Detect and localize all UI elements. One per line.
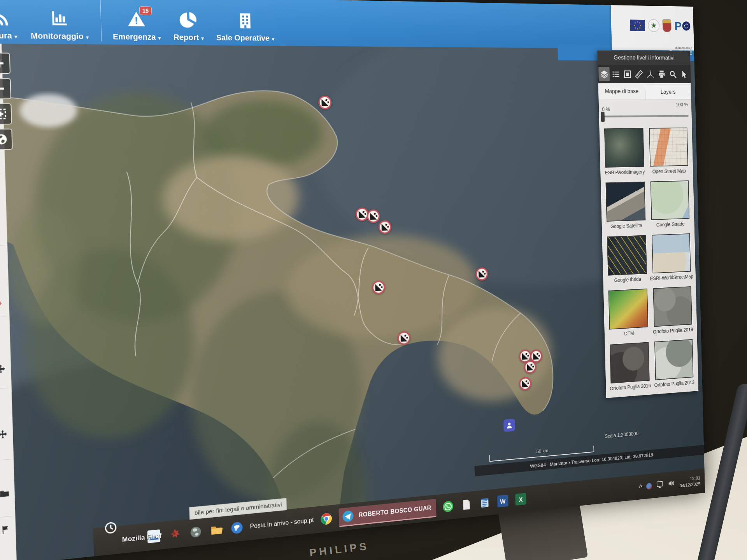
tab-mappe-di-base[interactable]: Mappe di base — [598, 83, 645, 100]
chrome-icon[interactable] — [319, 511, 333, 527]
thunderbird-label[interactable]: Posta in arrivo - soup.pt — [250, 517, 314, 530]
file-explorer-icon[interactable] — [209, 522, 224, 538]
landslide-marker[interactable] — [519, 376, 531, 391]
whatsapp-icon[interactable] — [441, 499, 455, 514]
layers-tool-icon[interactable] — [598, 67, 610, 81]
notes-icon[interactable] — [478, 495, 491, 510]
red-mark-icon[interactable]: ✳ — [0, 239, 3, 250]
clock-icon — [104, 521, 117, 534]
basemap-gibrida[interactable]: Google Ibrida — [606, 235, 648, 284]
world-button[interactable] — [0, 129, 13, 150]
warning-icon: 15 — [127, 10, 146, 29]
basemap-thumbnail[interactable] — [653, 286, 692, 327]
clock-date[interactable]: 12:01 04/12/2025 — [679, 475, 701, 489]
telegram-label: ROBERTO BOSCO GUAR — [358, 504, 431, 518]
opacity-min-label: 0 % — [602, 107, 610, 112]
chevron-down-icon: ▾ — [158, 35, 161, 41]
list-tool-icon[interactable] — [610, 67, 621, 81]
chevron-down-icon: ▾ — [201, 35, 204, 41]
logo-tagline: Il futuro alla p — [675, 46, 692, 50]
box-zoom-button[interactable] — [0, 103, 12, 125]
opacity-handle[interactable] — [601, 112, 605, 122]
basemap-label: ESRI-WorldImagery — [605, 169, 645, 175]
svg-text:Y: Y — [652, 76, 654, 78]
flag-icon[interactable] — [0, 524, 11, 536]
menu-label: Sale Operative▾ — [216, 33, 275, 43]
screen: ✳✳✵ isura▾ Monitoraggio▾ 15 Emergenza▾ R… — [0, 0, 705, 560]
firefox-tray-icon[interactable] — [646, 483, 652, 490]
svg-text:X: X — [519, 496, 523, 503]
menu-emergenza[interactable]: 15 Emergenza▾ — [100, 0, 167, 42]
basemap-thumbnail[interactable] — [654, 339, 694, 380]
print-tool-icon[interactable] — [656, 67, 667, 81]
telegram-icon[interactable] — [341, 508, 355, 524]
basemap-osm[interactable]: Open Street Map — [646, 128, 691, 175]
axis-tool-icon[interactable]: ZXY — [645, 67, 656, 81]
move-icon[interactable] — [0, 363, 7, 374]
opacity-slider: 0 % 100 % — [599, 100, 692, 124]
logo-strip: ★ P Il futuro alla p — [611, 5, 694, 51]
basemap-label: Ortofoto Puglia 2019 — [653, 327, 693, 335]
zoom-out-button[interactable] — [0, 78, 11, 100]
document-icon[interactable] — [460, 497, 473, 512]
chart-icon — [49, 9, 69, 28]
basemap-thumbnail[interactable] — [604, 128, 644, 168]
folder-icon[interactable] — [0, 488, 10, 499]
basemap-gstrade[interactable]: Google Strade — [648, 180, 692, 228]
extent-tool-icon[interactable] — [622, 67, 633, 81]
search-tool-icon[interactable] — [667, 67, 678, 81]
basemap-esristreet[interactable]: ESRI-WorldStreetMap — [649, 233, 693, 282]
logo-letter: P — [674, 19, 682, 33]
basemap-thumbnail[interactable] — [606, 182, 646, 222]
menu-sale-operative[interactable]: Sale Operative▾ — [209, 0, 281, 43]
landslide-marker[interactable] — [318, 95, 332, 109]
pie-icon — [179, 11, 198, 29]
thunderbird-icon[interactable] — [230, 520, 245, 536]
system-tray: ^ 12:01 04/12/2025 — [639, 475, 702, 494]
basemap-label: Ortofoto Puglia 2013 — [654, 379, 695, 388]
pointer-tool-icon[interactable] — [679, 67, 689, 81]
dragon-app-icon[interactable] — [167, 526, 183, 542]
basemap-esri-imagery[interactable]: ESRI-WorldImagery — [603, 128, 645, 175]
red-star-icon[interactable]: ✵ — [0, 298, 5, 310]
basemap-label: Ortofoto Puglia 2016 — [610, 383, 651, 392]
move-icon[interactable] — [0, 429, 9, 440]
opacity-track[interactable] — [602, 115, 689, 118]
basemap-thumbnail[interactable] — [610, 342, 650, 383]
logo-ball-icon — [682, 21, 690, 31]
menu-label: Monitoraggio▾ — [31, 32, 89, 41]
word-icon[interactable]: W — [496, 494, 510, 509]
basemap-gsat[interactable]: Google Satellite — [605, 182, 647, 229]
chevron-down-icon: ▾ — [272, 36, 275, 42]
basemap-orto2013[interactable]: Ortofoto Puglia 2013 — [652, 339, 696, 388]
basemap-dtm[interactable]: DTM — [607, 289, 650, 338]
landslide-marker[interactable] — [378, 220, 392, 234]
red-mark-icon[interactable]: ✳ — [0, 186, 2, 197]
basemap-thumbnail[interactable] — [652, 233, 691, 273]
basemap-orto2019[interactable]: Ortofoto Puglia 2019 — [650, 286, 694, 335]
basemap-label: Google Ibrida — [614, 276, 641, 283]
menu-monitoraggio[interactable]: Monitoraggio▾ — [23, 0, 95, 41]
tab-layers[interactable]: Layers — [645, 84, 691, 100]
strip-divider — [0, 388, 9, 389]
menu-misura[interactable]: isura▾ — [0, 0, 24, 40]
tray-chevron-icon[interactable]: ^ — [639, 483, 642, 491]
landslide-marker[interactable] — [397, 331, 411, 346]
zoom-in-button[interactable] — [0, 52, 11, 74]
excel-icon[interactable]: X — [514, 492, 528, 507]
menu-report[interactable]: Report▾ — [166, 0, 210, 42]
teams-icon[interactable] — [503, 419, 515, 432]
monitor-tray-icon[interactable] — [656, 480, 664, 490]
basemap-thumbnail[interactable] — [650, 180, 689, 220]
basemap-thumbnail[interactable] — [607, 235, 647, 275]
landslide-marker[interactable] — [524, 360, 537, 374]
measure-tool-icon[interactable] — [633, 67, 644, 81]
basemap-thumbnail[interactable] — [608, 289, 649, 330]
globe-app-icon[interactable] — [188, 524, 203, 540]
speaker-icon[interactable] — [668, 479, 675, 489]
basemap-orto2016[interactable]: Ortofoto Puglia 2016 — [609, 342, 651, 391]
landslide-marker[interactable] — [372, 280, 385, 294]
landslide-marker[interactable] — [475, 267, 489, 281]
basemap-label: Google Satellite — [610, 222, 642, 229]
basemap-thumbnail[interactable] — [649, 128, 688, 167]
